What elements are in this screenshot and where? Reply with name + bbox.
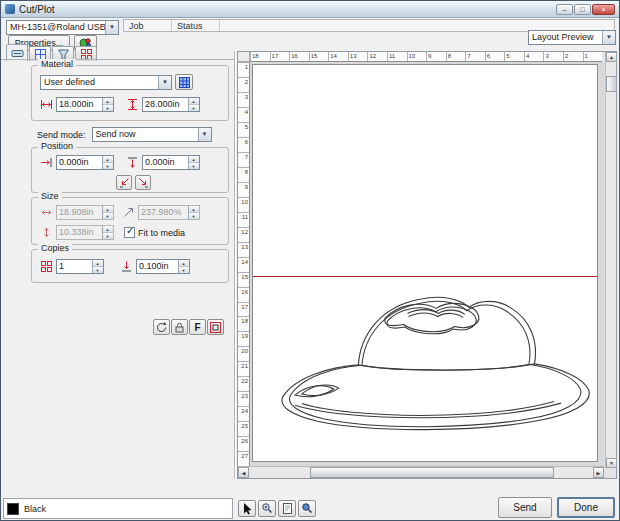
- position-x-input[interactable]: 0.000in: [56, 155, 114, 170]
- spinner-arrows[interactable]: [188, 156, 199, 169]
- ruler-tick-label: 21: [238, 361, 249, 376]
- weed-border-button[interactable]: [207, 319, 224, 335]
- ruler-tick-label: 3: [238, 92, 249, 107]
- spinner-arrows[interactable]: [102, 156, 113, 169]
- ruler-tick-label: 17: [270, 52, 290, 61]
- horizontal-scrollbar[interactable]: ◀ ▶: [238, 466, 604, 478]
- done-button[interactable]: Done: [557, 497, 615, 518]
- ruler-tick-label: 15: [238, 272, 249, 287]
- color-name: Black: [24, 504, 46, 514]
- fit-to-media-label: Fit to media: [138, 228, 185, 238]
- page-icon: [281, 502, 294, 515]
- corner-arrow-icon: [137, 176, 150, 189]
- zoom-in-tool-button[interactable]: [258, 500, 276, 517]
- material-preset-select[interactable]: User defined: [40, 75, 172, 90]
- preview-mode-select[interactable]: Layout Preview: [528, 30, 616, 45]
- color-swatch[interactable]: [7, 503, 19, 515]
- preview-artwork-hat[interactable]: [263, 285, 593, 457]
- scroll-down-button[interactable]: ▼: [606, 458, 617, 468]
- title-bar: Cut/Plot – □ ×: [1, 1, 619, 18]
- size-group-label: Size: [38, 191, 62, 201]
- media-height-icon: [126, 98, 139, 111]
- copy-spacing-input[interactable]: 0.100in: [136, 259, 190, 274]
- ruler-tick-label: 15: [309, 52, 329, 61]
- mirror-label: F: [194, 322, 200, 333]
- material-setup-button[interactable]: [175, 74, 193, 90]
- interactive-move-button[interactable]: [116, 175, 132, 190]
- media-height-input[interactable]: 28.000in: [142, 97, 200, 112]
- ruler-tick-label: 7: [238, 152, 249, 167]
- minimize-button[interactable]: –: [556, 4, 573, 15]
- scale-percent-icon: [122, 206, 135, 219]
- scroll-right-button[interactable]: ▶: [593, 467, 604, 478]
- vertical-scroll-thumb[interactable]: [606, 76, 617, 92]
- page-preview-button[interactable]: [278, 500, 296, 517]
- ruler-tick-label: 27: [238, 451, 249, 466]
- ruler-tick-label: 11: [238, 212, 249, 227]
- media-page[interactable]: [252, 64, 598, 462]
- fit-to-media-checkbox[interactable]: [124, 227, 135, 238]
- ruler-tick-label: 5: [504, 52, 524, 61]
- device-select[interactable]: MH-1351@Roland USB002: [6, 20, 119, 35]
- select-tool-button[interactable]: [238, 500, 256, 517]
- ruler-tick-label: 9: [426, 52, 446, 61]
- position-y-icon: [126, 156, 139, 169]
- send-mode-label: Send mode:: [37, 130, 86, 140]
- tab-divider: [1, 59, 234, 60]
- chevron-down-icon[interactable]: [198, 128, 211, 141]
- chevron-down-icon[interactable]: [602, 31, 615, 44]
- scroll-left-button[interactable]: ◀: [238, 467, 249, 478]
- ruler-tick-label: 17: [238, 302, 249, 317]
- spinner-arrows[interactable]: [188, 98, 199, 111]
- preview-mode-value: Layout Preview: [529, 31, 602, 44]
- ruler-tick-label: 10: [238, 197, 249, 212]
- ruler-tick-label: 12: [238, 227, 249, 242]
- status-column-label: Status: [172, 20, 220, 31]
- ruler-tick-label: 23: [238, 391, 249, 406]
- spinner-arrows[interactable]: [92, 260, 103, 273]
- horizontal-scroll-thumb[interactable]: [310, 467, 554, 478]
- position-y-input[interactable]: 0.000in: [142, 155, 200, 170]
- ruler-tick-label: 2: [563, 52, 583, 61]
- ruler-tick-label: 4: [238, 107, 249, 122]
- color-list: Black: [3, 498, 233, 519]
- copies-count-icon: [40, 260, 53, 273]
- ruler-tick-label: 14: [328, 52, 348, 61]
- zoom-area-tool-button[interactable]: [298, 500, 316, 517]
- lock-proportions-button[interactable]: [171, 319, 188, 335]
- preview-canvas[interactable]: [250, 62, 604, 466]
- ruler-tick-label: 25: [238, 421, 249, 436]
- panel-divider: [234, 51, 236, 479]
- chevron-down-icon[interactable]: [105, 21, 118, 34]
- vertical-scrollbar[interactable]: ▲ ▼: [605, 52, 616, 468]
- close-button[interactable]: ×: [592, 4, 615, 15]
- send-button[interactable]: Send: [498, 497, 552, 518]
- spinner-arrows[interactable]: [102, 98, 113, 111]
- send-mode-select[interactable]: Send now: [92, 127, 212, 142]
- maximize-button[interactable]: □: [574, 4, 591, 15]
- ruler-tick-label: 26: [238, 436, 249, 451]
- position-group-label: Position: [38, 141, 76, 151]
- copies-count-input[interactable]: 1: [56, 259, 104, 274]
- media-width-icon: [40, 98, 53, 111]
- ruler-tick-label: 16: [289, 52, 309, 61]
- copies-group: Copies 1 0.100in: [31, 249, 229, 283]
- spinner-arrows[interactable]: [178, 260, 189, 273]
- ruler-tick-label: 13: [238, 242, 249, 257]
- ruler-tick-label: 10: [407, 52, 427, 61]
- media-width-input[interactable]: 18.000in: [56, 97, 114, 112]
- mirror-button[interactable]: F: [189, 319, 206, 335]
- chevron-down-icon[interactable]: [158, 76, 171, 89]
- lock-icon: [173, 321, 186, 334]
- copy-spacing-icon: [120, 260, 133, 273]
- preview-area: 181716151413121110987654321 123456789101…: [237, 51, 617, 479]
- origin-corner-button[interactable]: [135, 175, 151, 190]
- scroll-up-button[interactable]: ▲: [606, 52, 617, 62]
- ruler-horizontal: 181716151413121110987654321: [250, 52, 602, 62]
- ruler-corner: [238, 52, 250, 62]
- ruler-tick-label: 6: [238, 137, 249, 152]
- left-panel-tabs: [6, 44, 98, 60]
- ruler-tick-label: 5: [238, 122, 249, 137]
- ruler-tick-label: 8: [446, 52, 466, 61]
- rotate-button[interactable]: [153, 319, 170, 335]
